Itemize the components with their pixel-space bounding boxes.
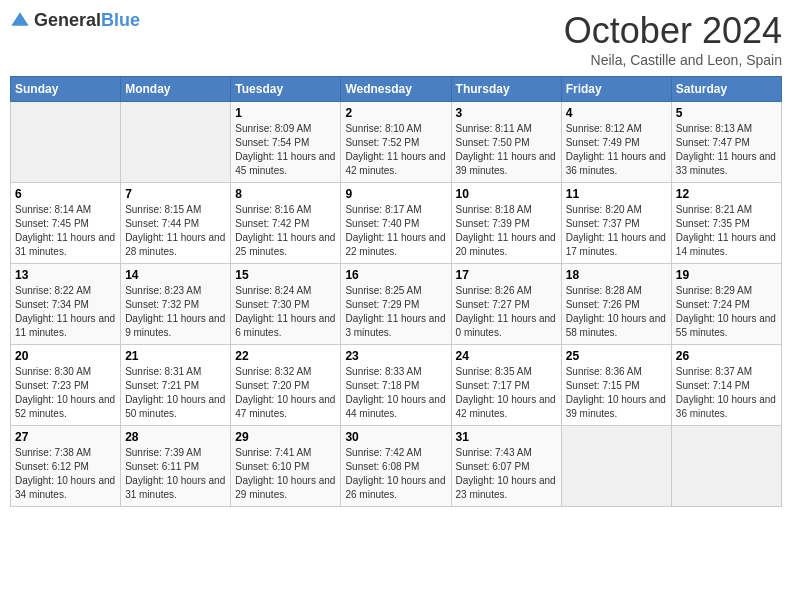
day-number: 28 — [125, 430, 226, 444]
calendar-week-0: 1 Sunrise: 8:09 AM Sunset: 7:54 PM Dayli… — [11, 102, 782, 183]
calendar-cell: 14 Sunrise: 8:23 AM Sunset: 7:32 PM Dayl… — [121, 264, 231, 345]
calendar-header: Sunday Monday Tuesday Wednesday Thursday… — [11, 77, 782, 102]
day-number: 15 — [235, 268, 336, 282]
day-number: 31 — [456, 430, 557, 444]
calendar-cell: 1 Sunrise: 8:09 AM Sunset: 7:54 PM Dayli… — [231, 102, 341, 183]
calendar-cell — [561, 426, 671, 507]
calendar-cell: 10 Sunrise: 8:18 AM Sunset: 7:39 PM Dayl… — [451, 183, 561, 264]
logo-text-blue: Blue — [101, 10, 140, 30]
day-number: 13 — [15, 268, 116, 282]
calendar-cell: 21 Sunrise: 8:31 AM Sunset: 7:21 PM Dayl… — [121, 345, 231, 426]
day-info: Sunrise: 8:25 AM Sunset: 7:29 PM Dayligh… — [345, 284, 446, 340]
logo: GeneralBlue — [10, 10, 140, 31]
day-info: Sunrise: 8:11 AM Sunset: 7:50 PM Dayligh… — [456, 122, 557, 178]
calendar-cell: 13 Sunrise: 8:22 AM Sunset: 7:34 PM Dayl… — [11, 264, 121, 345]
calendar-cell: 28 Sunrise: 7:39 AM Sunset: 6:11 PM Dayl… — [121, 426, 231, 507]
calendar-cell: 20 Sunrise: 8:30 AM Sunset: 7:23 PM Dayl… — [11, 345, 121, 426]
month-title: October 2024 — [564, 10, 782, 52]
day-info: Sunrise: 8:33 AM Sunset: 7:18 PM Dayligh… — [345, 365, 446, 421]
calendar-cell: 7 Sunrise: 8:15 AM Sunset: 7:44 PM Dayli… — [121, 183, 231, 264]
weekday-sunday: Sunday — [11, 77, 121, 102]
calendar-week-4: 27 Sunrise: 7:38 AM Sunset: 6:12 PM Dayl… — [11, 426, 782, 507]
calendar-cell: 2 Sunrise: 8:10 AM Sunset: 7:52 PM Dayli… — [341, 102, 451, 183]
weekday-row: Sunday Monday Tuesday Wednesday Thursday… — [11, 77, 782, 102]
day-info: Sunrise: 8:30 AM Sunset: 7:23 PM Dayligh… — [15, 365, 116, 421]
day-number: 26 — [676, 349, 777, 363]
weekday-thursday: Thursday — [451, 77, 561, 102]
calendar-cell: 8 Sunrise: 8:16 AM Sunset: 7:42 PM Dayli… — [231, 183, 341, 264]
day-info: Sunrise: 8:24 AM Sunset: 7:30 PM Dayligh… — [235, 284, 336, 340]
day-number: 12 — [676, 187, 777, 201]
calendar-cell: 12 Sunrise: 8:21 AM Sunset: 7:35 PM Dayl… — [671, 183, 781, 264]
day-number: 29 — [235, 430, 336, 444]
day-info: Sunrise: 8:18 AM Sunset: 7:39 PM Dayligh… — [456, 203, 557, 259]
day-info: Sunrise: 8:31 AM Sunset: 7:21 PM Dayligh… — [125, 365, 226, 421]
day-info: Sunrise: 8:23 AM Sunset: 7:32 PM Dayligh… — [125, 284, 226, 340]
calendar-cell: 3 Sunrise: 8:11 AM Sunset: 7:50 PM Dayli… — [451, 102, 561, 183]
day-number: 4 — [566, 106, 667, 120]
day-info: Sunrise: 8:26 AM Sunset: 7:27 PM Dayligh… — [456, 284, 557, 340]
day-number: 3 — [456, 106, 557, 120]
day-info: Sunrise: 8:36 AM Sunset: 7:15 PM Dayligh… — [566, 365, 667, 421]
day-number: 16 — [345, 268, 446, 282]
page-header: GeneralBlue October 2024 Neila, Castille… — [10, 10, 782, 68]
day-info: Sunrise: 8:17 AM Sunset: 7:40 PM Dayligh… — [345, 203, 446, 259]
svg-marker-0 — [11, 12, 28, 25]
day-info: Sunrise: 8:28 AM Sunset: 7:26 PM Dayligh… — [566, 284, 667, 340]
calendar-cell — [671, 426, 781, 507]
day-number: 1 — [235, 106, 336, 120]
day-number: 19 — [676, 268, 777, 282]
day-number: 8 — [235, 187, 336, 201]
calendar-cell: 4 Sunrise: 8:12 AM Sunset: 7:49 PM Dayli… — [561, 102, 671, 183]
day-info: Sunrise: 8:12 AM Sunset: 7:49 PM Dayligh… — [566, 122, 667, 178]
calendar-cell: 19 Sunrise: 8:29 AM Sunset: 7:24 PM Dayl… — [671, 264, 781, 345]
day-number: 14 — [125, 268, 226, 282]
calendar-week-3: 20 Sunrise: 8:30 AM Sunset: 7:23 PM Dayl… — [11, 345, 782, 426]
day-number: 27 — [15, 430, 116, 444]
day-number: 24 — [456, 349, 557, 363]
day-number: 18 — [566, 268, 667, 282]
calendar-cell: 9 Sunrise: 8:17 AM Sunset: 7:40 PM Dayli… — [341, 183, 451, 264]
day-number: 9 — [345, 187, 446, 201]
weekday-friday: Friday — [561, 77, 671, 102]
calendar-cell: 6 Sunrise: 8:14 AM Sunset: 7:45 PM Dayli… — [11, 183, 121, 264]
calendar-table: Sunday Monday Tuesday Wednesday Thursday… — [10, 76, 782, 507]
calendar-cell: 26 Sunrise: 8:37 AM Sunset: 7:14 PM Dayl… — [671, 345, 781, 426]
calendar-cell: 29 Sunrise: 7:41 AM Sunset: 6:10 PM Dayl… — [231, 426, 341, 507]
day-info: Sunrise: 8:37 AM Sunset: 7:14 PM Dayligh… — [676, 365, 777, 421]
calendar-cell: 27 Sunrise: 7:38 AM Sunset: 6:12 PM Dayl… — [11, 426, 121, 507]
weekday-saturday: Saturday — [671, 77, 781, 102]
day-number: 25 — [566, 349, 667, 363]
day-info: Sunrise: 7:41 AM Sunset: 6:10 PM Dayligh… — [235, 446, 336, 502]
calendar-cell: 18 Sunrise: 8:28 AM Sunset: 7:26 PM Dayl… — [561, 264, 671, 345]
weekday-wednesday: Wednesday — [341, 77, 451, 102]
calendar-cell — [11, 102, 121, 183]
day-number: 2 — [345, 106, 446, 120]
calendar-cell: 22 Sunrise: 8:32 AM Sunset: 7:20 PM Dayl… — [231, 345, 341, 426]
location: Neila, Castille and Leon, Spain — [564, 52, 782, 68]
day-info: Sunrise: 8:22 AM Sunset: 7:34 PM Dayligh… — [15, 284, 116, 340]
calendar-cell: 24 Sunrise: 8:35 AM Sunset: 7:17 PM Dayl… — [451, 345, 561, 426]
day-number: 21 — [125, 349, 226, 363]
day-number: 20 — [15, 349, 116, 363]
calendar-cell: 5 Sunrise: 8:13 AM Sunset: 7:47 PM Dayli… — [671, 102, 781, 183]
day-number: 17 — [456, 268, 557, 282]
calendar-body: 1 Sunrise: 8:09 AM Sunset: 7:54 PM Dayli… — [11, 102, 782, 507]
weekday-monday: Monday — [121, 77, 231, 102]
calendar-cell: 23 Sunrise: 8:33 AM Sunset: 7:18 PM Dayl… — [341, 345, 451, 426]
day-info: Sunrise: 7:42 AM Sunset: 6:08 PM Dayligh… — [345, 446, 446, 502]
calendar-cell: 25 Sunrise: 8:36 AM Sunset: 7:15 PM Dayl… — [561, 345, 671, 426]
day-info: Sunrise: 8:32 AM Sunset: 7:20 PM Dayligh… — [235, 365, 336, 421]
calendar-week-1: 6 Sunrise: 8:14 AM Sunset: 7:45 PM Dayli… — [11, 183, 782, 264]
day-number: 7 — [125, 187, 226, 201]
day-number: 11 — [566, 187, 667, 201]
day-info: Sunrise: 7:43 AM Sunset: 6:07 PM Dayligh… — [456, 446, 557, 502]
day-info: Sunrise: 7:39 AM Sunset: 6:11 PM Dayligh… — [125, 446, 226, 502]
day-number: 23 — [345, 349, 446, 363]
day-info: Sunrise: 8:10 AM Sunset: 7:52 PM Dayligh… — [345, 122, 446, 178]
day-number: 5 — [676, 106, 777, 120]
calendar-cell: 17 Sunrise: 8:26 AM Sunset: 7:27 PM Dayl… — [451, 264, 561, 345]
day-info: Sunrise: 8:16 AM Sunset: 7:42 PM Dayligh… — [235, 203, 336, 259]
day-info: Sunrise: 8:20 AM Sunset: 7:37 PM Dayligh… — [566, 203, 667, 259]
day-number: 10 — [456, 187, 557, 201]
